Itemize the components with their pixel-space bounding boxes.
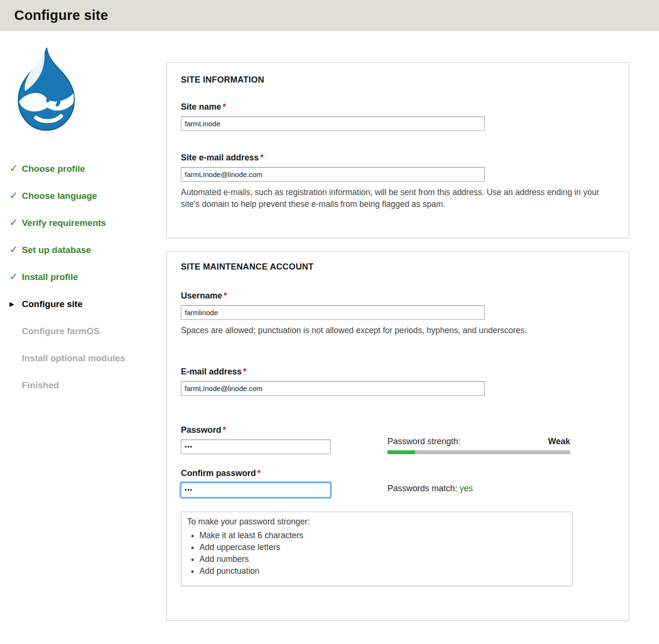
step-label: Install optional modules	[22, 353, 125, 364]
step-install-profile: ✓ Install profile	[9, 271, 166, 283]
confirm-password-input[interactable]	[181, 483, 330, 497]
password-label: Password*	[181, 425, 335, 435]
site-email-input[interactable]	[181, 167, 485, 182]
install-steps-sidebar: ✓ Choose profile ✓ Choose language ✓ Ver…	[0, 31, 166, 407]
site-information-legend: SITE INFORMATION	[181, 75, 614, 85]
username-label: Username*	[181, 291, 614, 301]
account-email-label: E-mail address*	[181, 367, 614, 377]
page-header: Configure site	[0, 0, 659, 31]
install-task-list: ✓ Choose profile ✓ Choose language ✓ Ver…	[9, 163, 166, 391]
password-suggestions-box: To make your password stronger: Make it …	[181, 512, 573, 586]
passwords-match-value: yes	[460, 484, 473, 493]
password-suggestion-item: Make it at least 6 characters	[199, 531, 565, 541]
site-email-form-item: Site e-mail address* Automated e-mails, …	[181, 153, 614, 210]
site-information-fieldset: SITE INFORMATION Site name* Site e-mail …	[166, 62, 629, 238]
check-icon: ✓	[9, 190, 22, 201]
step-configure-site: ▶ Configure site	[9, 299, 166, 310]
site-maintenance-account-fieldset: SITE MAINTENANCE ACCOUNT Username* Space…	[166, 251, 629, 621]
check-icon: ✓	[9, 244, 22, 255]
account-email-input[interactable]	[181, 381, 485, 396]
step-choose-language: ✓ Choose language	[9, 190, 166, 202]
password-suggestion-item: Add uppercase letters	[199, 542, 565, 552]
step-label: Finished	[22, 380, 59, 391]
password-suggestions-title: To make your password stronger:	[187, 517, 565, 527]
step-choose-profile: ✓ Choose profile	[9, 163, 166, 175]
username-input[interactable]	[181, 305, 485, 320]
active-arrow-icon: ▶	[9, 299, 22, 310]
check-icon: ✓	[9, 217, 22, 228]
required-asterisk: *	[243, 367, 246, 376]
drupal-drop-icon	[9, 46, 83, 134]
required-asterisk: *	[223, 425, 226, 435]
step-finished: Finished	[9, 380, 166, 391]
site-email-label: Site e-mail address*	[181, 153, 614, 163]
username-description: Spaces are allowed; punctuation is not a…	[181, 325, 614, 336]
password-suggestion-item: Add numbers	[199, 554, 565, 564]
page-title: Configure site	[14, 8, 108, 23]
step-label: Verify requirements	[22, 217, 106, 229]
password-input[interactable]	[181, 439, 330, 454]
account-email-form-item: E-mail address*	[181, 367, 614, 396]
password-strength-bar	[387, 450, 570, 454]
password-strength-indicator: Password strength: Weak	[387, 425, 570, 454]
password-suggestions-list: Make it at least 6 characters Add upperc…	[187, 531, 565, 576]
configure-site-form: SITE INFORMATION Site name* Site e-mail …	[166, 31, 629, 621]
step-verify-requirements: ✓ Verify requirements	[9, 217, 166, 229]
password-strength-label: Password strength:	[387, 437, 461, 447]
step-label: Set up database	[22, 244, 91, 256]
site-maintenance-account-legend: SITE MAINTENANCE ACCOUNT	[181, 262, 614, 272]
required-asterisk: *	[257, 468, 261, 478]
check-icon: ✓	[9, 163, 22, 174]
confirm-password-label: Confirm password*	[181, 468, 335, 478]
password-strength-level: Weak	[548, 437, 570, 447]
step-install-optional-modules: Install optional modules	[9, 353, 166, 364]
site-name-form-item: Site name*	[181, 102, 614, 131]
password-strength-bar-fill	[387, 450, 415, 454]
site-email-description: Automated e-mails, such as registration …	[181, 187, 614, 210]
required-asterisk: *	[223, 102, 226, 112]
site-name-label: Site name*	[181, 102, 614, 112]
site-name-input[interactable]	[181, 116, 485, 131]
username-form-item: Username* Spaces are allowed; punctuatio…	[181, 291, 614, 336]
step-label: Choose profile	[22, 163, 85, 175]
step-configure-farmos: Configure farmOS	[9, 326, 166, 337]
step-label: Configure site	[22, 299, 83, 310]
password-suggestion-item: Add punctuation	[199, 566, 565, 576]
passwords-match-label: Passwords match:	[387, 484, 460, 493]
required-asterisk: *	[260, 153, 264, 162]
step-label: Configure farmOS	[22, 326, 100, 337]
password-row: Password* Password strength: Weak	[181, 425, 614, 454]
step-label: Install profile	[22, 271, 78, 283]
confirm-password-form-item: Confirm password*	[181, 468, 335, 497]
step-set-up-database: ✓ Set up database	[9, 244, 166, 256]
drupal-logo	[9, 46, 83, 134]
required-asterisk: *	[224, 291, 227, 300]
confirm-password-row: Confirm password* Passwords match: yes	[181, 468, 614, 497]
passwords-match-indicator: Passwords match: yes	[387, 484, 570, 497]
password-form-item: Password*	[181, 425, 335, 454]
check-icon: ✓	[9, 271, 22, 282]
step-label: Choose language	[22, 190, 97, 202]
